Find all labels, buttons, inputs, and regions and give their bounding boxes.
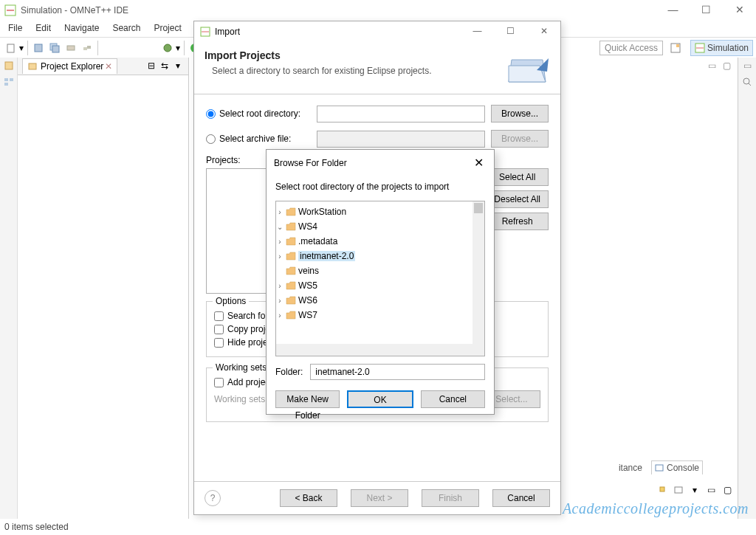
back-button[interactable]: < Back: [280, 489, 337, 507]
svg-marker-33: [286, 238, 295, 245]
console-maximize-icon[interactable]: ▢: [721, 483, 734, 497]
tree-vscroll[interactable]: [472, 201, 484, 356]
archive-radio[interactable]: Select archive file:: [206, 134, 317, 144]
tree-node-ws6[interactable]: ›WS6: [276, 294, 484, 307]
console-dropdown-icon[interactable]: ▾: [688, 483, 701, 497]
build-button[interactable]: [79, 40, 95, 56]
svg-rect-18: [10, 78, 13, 81]
close-tab-icon[interactable]: ✕: [105, 61, 112, 72]
svg-rect-2: [7, 44, 14, 52]
collapse-icon[interactable]: ⌄: [276, 223, 284, 231]
new-dropdown[interactable]: ▾: [19, 43, 25, 53]
root-browse-button[interactable]: Browse...: [491, 105, 549, 122]
ok-button[interactable]: OK: [347, 390, 413, 408]
link-editor-icon[interactable]: ⇆: [159, 61, 171, 72]
svg-rect-3: [35, 44, 42, 52]
make-new-folder-button[interactable]: Make New Folder: [275, 390, 340, 408]
window-maximize[interactable]: ☐: [690, 0, 723, 21]
pin-console-icon[interactable]: [656, 483, 669, 497]
select-all-button[interactable]: Select All: [486, 168, 549, 186]
save-button[interactable]: [30, 40, 47, 56]
window-minimize[interactable]: —: [656, 0, 690, 21]
debug-dropdown[interactable]: ▾: [176, 43, 182, 53]
expand-icon[interactable]: ›: [276, 282, 284, 290]
view-menu-icon[interactable]: ▾: [172, 61, 184, 72]
console-minimize-icon[interactable]: ▭: [704, 483, 718, 497]
project-explorer-tab-label[interactable]: Project Explorer ✕: [22, 58, 117, 74]
left-view-strip: [0, 58, 18, 519]
svg-marker-38: [286, 311, 295, 319]
expand-icon[interactable]: ›: [276, 297, 284, 305]
svg-marker-35: [286, 267, 295, 275]
collapse-all-icon[interactable]: ⊟: [145, 61, 157, 72]
root-dir-combo[interactable]: [317, 106, 485, 122]
import-close[interactable]: ✕: [527, 21, 560, 42]
root-dir-radio[interactable]: Select root directory:: [206, 108, 317, 119]
tree-node-inetmanet[interactable]: ›inetmanet-2.0: [276, 249, 484, 263]
tree-hscroll[interactable]: [276, 344, 472, 356]
folder-input[interactable]: [310, 364, 485, 380]
cancel-button[interactable]: Cancel: [492, 489, 550, 507]
window-close[interactable]: ✕: [723, 0, 756, 21]
tree-node-metadata[interactable]: ›.metadata: [276, 235, 484, 248]
folder-icon: [286, 266, 296, 275]
debug-button[interactable]: [159, 40, 176, 56]
expand-icon[interactable]: ›: [276, 208, 284, 216]
svg-marker-32: [286, 223, 295, 230]
menu-navigate[interactable]: Navigate: [58, 21, 106, 37]
bottom-view-tools: ▾ ▭ ▢: [656, 483, 734, 497]
svg-point-9: [164, 44, 171, 52]
outline-strip-icon[interactable]: [0, 58, 17, 74]
import-footer: ? < Back Next > Finish Cancel: [194, 481, 560, 514]
menu-search[interactable]: Search: [106, 21, 147, 37]
deselect-all-button[interactable]: Deselect All: [486, 190, 549, 208]
finish-button: Finish: [422, 489, 479, 507]
app-icon: [4, 4, 16, 16]
console-icon: [655, 463, 664, 472]
tree-node-ws7[interactable]: ›WS7: [276, 308, 484, 322]
print-button[interactable]: [63, 40, 79, 56]
main-titlebar: Simulation - OMNeT++ IDE — ☐ ✕: [0, 0, 756, 21]
svg-rect-23: [656, 465, 663, 471]
refresh-button[interactable]: Refresh: [486, 213, 549, 230]
import-maximize[interactable]: ☐: [494, 21, 527, 42]
tab-inheritance[interactable]: itance: [616, 461, 645, 474]
import-banner: Import Projects Select a directory to se…: [194, 42, 560, 94]
expand-icon[interactable]: ›: [276, 238, 284, 246]
save-all-button[interactable]: [47, 40, 63, 56]
quick-access[interactable]: Quick Access: [599, 41, 663, 55]
search-strip-icon[interactable]: [738, 74, 756, 90]
properties-strip-icon[interactable]: [0, 74, 17, 90]
browse-title-text: Browse For Folder: [274, 158, 347, 168]
editor-maximize-icon[interactable]: ▢: [723, 61, 735, 72]
browse-close-icon[interactable]: ✕: [471, 156, 487, 170]
folder-tree[interactable]: ›WorkStation ⌄WS4 ›.metadata ›inetmanet-…: [275, 201, 485, 356]
menu-edit[interactable]: Edit: [29, 21, 58, 37]
menu-file[interactable]: File: [1, 21, 29, 37]
new-button[interactable]: [3, 40, 19, 56]
restore-strip-icon[interactable]: ▭: [738, 58, 756, 74]
svg-rect-17: [4, 78, 8, 81]
help-icon[interactable]: ?: [205, 490, 221, 506]
browse-cancel-button[interactable]: Cancel: [421, 390, 485, 408]
tree-node-ws5[interactable]: ›WS5: [276, 279, 484, 292]
tree-node-workstation[interactable]: ›WorkStation: [276, 205, 484, 218]
import-minimize[interactable]: —: [461, 21, 494, 42]
perspective-open[interactable]: [666, 40, 687, 56]
expand-icon[interactable]: ›: [276, 252, 284, 260]
tab-console[interactable]: Console: [651, 460, 703, 474]
tree-node-ws4[interactable]: ⌄WS4: [276, 220, 484, 233]
tree-node-veins[interactable]: veins: [276, 264, 484, 277]
svg-marker-37: [286, 297, 295, 304]
svg-rect-25: [675, 487, 682, 493]
display-console-icon[interactable]: [672, 483, 685, 497]
perspective-simulation[interactable]: Simulation: [690, 40, 753, 56]
status-text: 0 items selected: [4, 522, 69, 532]
menu-project[interactable]: Project: [147, 21, 188, 37]
bottom-tabs: itance Console: [616, 460, 703, 474]
editor-minimize-icon[interactable]: ▭: [708, 61, 720, 72]
expand-icon[interactable]: ›: [276, 311, 284, 320]
svg-rect-13: [676, 44, 679, 47]
svg-marker-36: [286, 282, 295, 289]
svg-rect-8: [87, 46, 91, 49]
